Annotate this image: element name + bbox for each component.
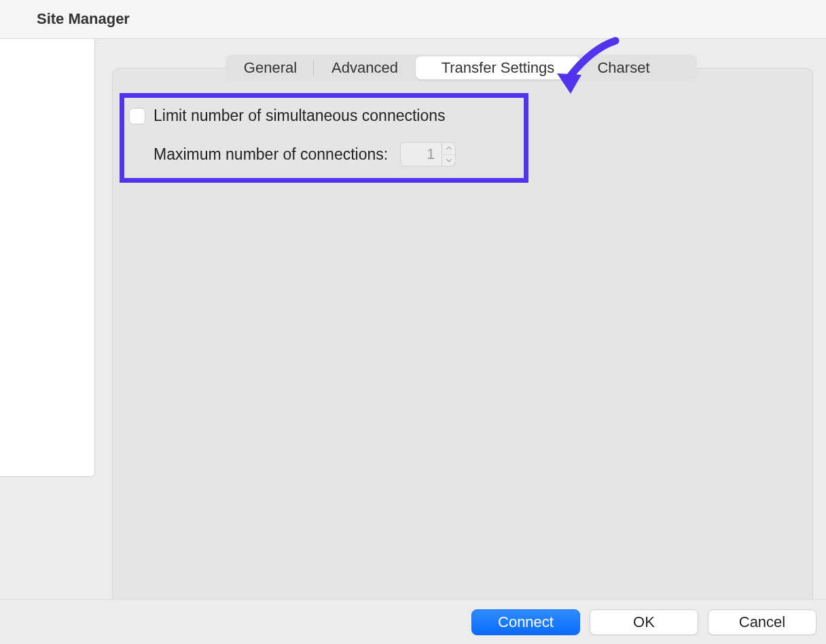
button-label: OK <box>633 613 655 631</box>
window-titlebar: Site Manager <box>0 0 826 39</box>
body-area: General Advanced Transfer Settings Chars… <box>0 39 826 644</box>
tab-transfer-settings[interactable]: Transfer Settings <box>416 56 580 79</box>
ok-button[interactable]: OK <box>590 609 698 635</box>
tab-label: General <box>244 59 297 77</box>
window-title: Site Manager <box>37 10 130 28</box>
button-label: Cancel <box>739 613 785 631</box>
tabs-bar: General Advanced Transfer Settings Chars… <box>226 54 697 82</box>
tab-advanced[interactable]: Advanced <box>314 56 416 79</box>
tab-charset[interactable]: Charset <box>580 56 667 79</box>
limit-connections-label: Limit number of simultaneous connections <box>154 107 446 125</box>
max-connections-input[interactable]: 1 <box>400 142 442 166</box>
limit-connections-checkbox[interactable] <box>129 108 145 124</box>
tab-label: Advanced <box>331 59 398 77</box>
limit-connections-row: Limit number of simultaneous connections <box>129 107 446 125</box>
site-list-panel[interactable] <box>0 39 95 477</box>
tab-label: Charset <box>597 59 649 77</box>
max-connections-row: Maximum number of connections: 1 <box>154 142 456 166</box>
connect-button[interactable]: Connect <box>471 609 580 635</box>
max-connections-label: Maximum number of connections: <box>154 145 388 164</box>
stepper-up-icon[interactable] <box>442 143 455 155</box>
cancel-button[interactable]: Cancel <box>708 609 816 635</box>
button-label: Connect <box>498 613 554 631</box>
dialog-button-row: Connect OK Cancel <box>0 599 826 644</box>
tab-general[interactable]: General <box>228 56 313 79</box>
stepper-down-icon[interactable] <box>442 155 455 166</box>
stepper-buttons <box>442 142 456 166</box>
tab-label: Transfer Settings <box>442 59 555 77</box>
max-connections-stepper[interactable]: 1 <box>400 142 456 166</box>
